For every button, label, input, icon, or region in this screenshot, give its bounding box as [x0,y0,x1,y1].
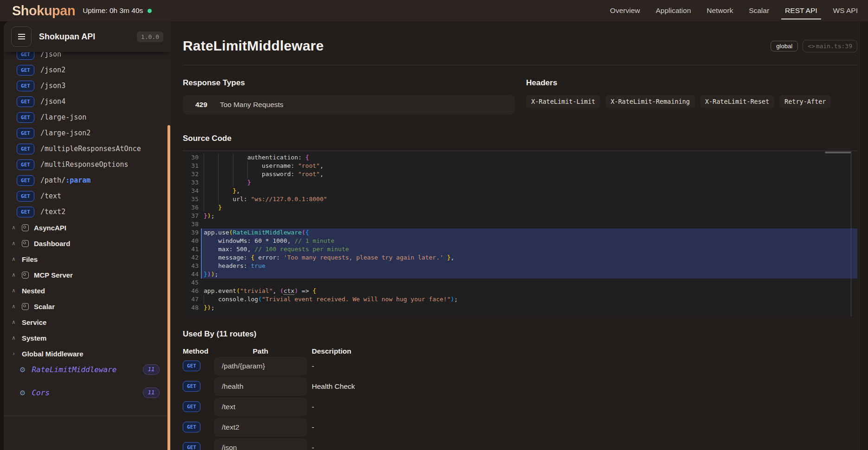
sidebar-endpoint-item[interactable]: GET /large-json [4,109,171,125]
chevron-up-icon: ∧ [11,303,17,310]
sidebar-section[interactable]: ∧ Service [4,314,171,330]
topbar: Shokupan Uptime: 0h 3m 40s Overview Appl… [0,0,868,21]
code-scrollbar-thumb[interactable] [825,152,851,153]
section-label: AsyncAPI [34,224,66,232]
method-badge: GET [17,207,34,217]
code-block[interactable]: 30authentication: {31username: "root",32… [183,151,857,317]
sidebar-endpoint-item[interactable]: GET /multipleResponsesAtOnce [4,141,171,157]
code-scrollbar-track[interactable] [851,151,851,317]
sidebar-list: GET /json GET /json2 GET /json3 GET /jso… [4,46,171,400]
chevron-up-icon: ∧ [11,272,17,278]
sidebar-section[interactable]: ∧ Dashboard [4,235,171,251]
sidebar-middleware-item[interactable]: ⚙ RateLimitMiddleware 11 [4,361,171,377]
header-chip: X-RateLimit-Remaining [605,95,695,108]
topbar-nav-item[interactable]: WS API [833,0,858,21]
content-panel: Shokupan API 1.0.0 GET /json GET /json2 … [4,21,868,450]
route-path-cell[interactable]: /health [214,377,307,396]
hamburger-icon [18,36,25,37]
status-text: Too Many Requests [220,101,283,109]
response-type-card[interactable]: 429 Too Many Requests [183,95,515,114]
code-line: 31username: "root", [183,162,857,170]
route-path-cell[interactable]: /text2 [214,418,307,437]
route-description: - [312,403,857,411]
section-label: MCP Server [34,271,73,279]
page-title: RateLimitMiddleware [183,38,324,54]
sidebar-section[interactable]: ∧ AsyncAPI [4,220,171,235]
endpoint-path: /large-json [40,113,86,121]
nav-label: REST API [785,6,817,15]
uptime-label: Uptime: 0h 3m 40s [83,6,143,15]
route-path-cell[interactable]: /path/{param} [214,357,307,375]
used-by-row[interactable]: GET /json - [183,437,857,450]
code-line: 44})); [183,270,857,279]
collection-icon [22,303,29,310]
code-line: 37}); [183,212,857,220]
code-line: 48}); [183,304,857,312]
status-dot [148,9,152,13]
method-badge: GET [183,442,200,450]
sidebar-section[interactable]: ∧ MCP Server [4,267,171,283]
endpoint-path: /path/:param [40,176,90,184]
app-logo: Shokupan [12,3,75,19]
sidebar-endpoint-item[interactable]: GET /multiResponseOptions [4,157,171,172]
gear-icon: ⚙ [19,389,26,396]
chevron-right-icon: › [11,350,17,357]
used-by-row[interactable]: GET /text2 - [183,417,857,437]
topbar-nav-item[interactable]: Scalar [749,0,769,21]
topbar-nav-item[interactable]: REST API [785,0,817,21]
menu-button[interactable] [11,26,32,47]
used-by-heading: Used By (11 routes) [183,330,857,339]
response-types-section: Response Types 429 Too Many Requests [183,78,515,114]
endpoint-path: /json2 [40,66,65,74]
collection-icon [22,224,29,231]
sidebar-endpoint-item[interactable]: GET /text2 [4,204,171,220]
page-scrollbar[interactable] [859,21,868,450]
code-line: 32password: "root", [183,170,857,178]
method-badge: GET [17,191,34,202]
sidebar-middleware-item[interactable]: ⚙ Cors 11 [4,385,171,400]
source-location-badge[interactable]: <>main.ts:39 [803,40,857,52]
section-label: Service [22,318,46,326]
section-label: Global Middleware [22,350,84,358]
code-line: 47console.log("Trivial event received. W… [183,295,857,304]
method-badge: GET [183,361,200,371]
route-path-cell[interactable]: /json [214,438,307,450]
used-by-row[interactable]: GET /health Health Check [183,376,857,396]
sidebar-section[interactable]: ∧ System [4,330,171,346]
topbar-nav-item[interactable]: Application [656,0,691,21]
chevron-up-icon: ∧ [11,224,17,231]
sidebar-endpoint-item[interactable]: GET /path/:param [4,172,171,188]
route-description: Health Check [312,382,857,391]
sidebar-section[interactable]: ∧ Scalar [4,298,171,314]
code-line: 30authentication: { [183,153,857,162]
header-chip: X-RateLimit-Reset [700,95,774,108]
sidebar-endpoint-item[interactable]: GET /json4 [4,94,171,109]
endpoint-path: /multipleResponsesAtOnce [40,145,141,153]
chevron-up-icon: ∧ [11,319,17,325]
scope-badge: global [771,41,798,51]
section-list: ∧ AsyncAPI ∧ Dashboard ∧ Files ∧ MCP Ser… [4,220,171,346]
sidebar-section[interactable]: ∧ Nested [4,283,171,298]
endpoint-path: /json3 [40,82,65,90]
method-badge: GET [183,381,200,392]
topbar-nav-item[interactable]: Network [707,0,733,21]
topbar-nav-item[interactable]: Overview [610,0,640,21]
sidebar-endpoint-item[interactable]: GET /json3 [4,78,171,94]
used-by-row[interactable]: GET /text - [183,397,857,417]
sidebar-section-global-middleware[interactable]: › Global Middleware [4,346,171,361]
method-badge: GET [17,159,34,170]
sidebar-section[interactable]: ∧ Files [4,251,171,267]
sidebar-endpoint-item[interactable]: GET /text [4,188,171,204]
column-method: Method [183,347,214,355]
route-description: - [312,362,857,370]
source-code-heading: Source Code [183,134,857,143]
sidebar-endpoint-item[interactable]: GET /json2 [4,62,171,78]
headers-heading: Headers [526,78,857,88]
used-by-row[interactable]: GET /path/{param} - [183,356,857,376]
sidebar-header: Shokupan API 1.0.0 [4,21,171,52]
route-path-cell[interactable]: /text [214,398,307,416]
method-badge: GET [17,112,34,123]
code-line: 35url: "ws://127.0.0.1:8000" [183,195,857,203]
sidebar: Shokupan API 1.0.0 GET /json GET /json2 … [4,21,171,450]
sidebar-endpoint-item[interactable]: GET /large-json2 [4,125,171,141]
